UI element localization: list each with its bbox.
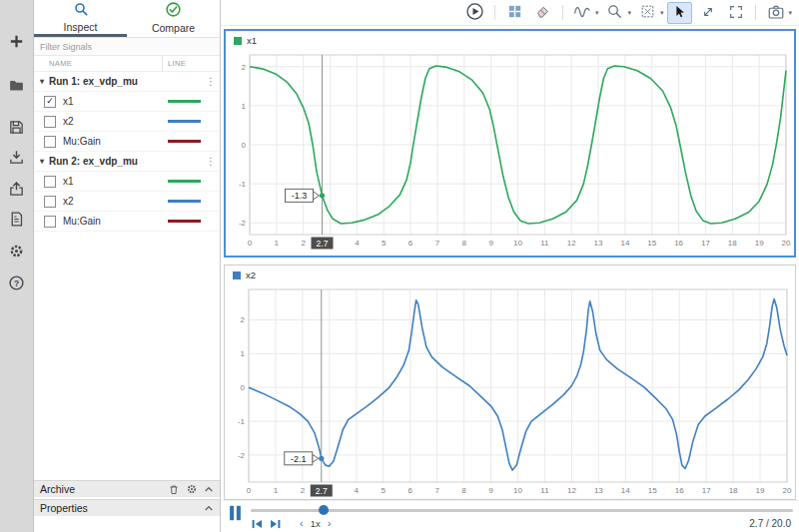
signal-line-swatch[interactable] — [167, 100, 208, 103]
save-button[interactable] — [5, 116, 29, 140]
fit-to-view-button[interactable] — [635, 2, 660, 24]
search-icon — [73, 1, 89, 19]
chevron-down-icon[interactable]: ▾ — [627, 9, 631, 17]
step-forward-button[interactable] — [269, 518, 282, 530]
y-tick-label: 1 — [242, 102, 247, 111]
trash-icon[interactable] — [168, 483, 180, 496]
cursor-marker[interactable] — [320, 193, 325, 198]
legend-label: x1 — [247, 35, 257, 46]
signal-checkbox[interactable]: ✓ — [44, 96, 56, 108]
layout-button[interactable] — [502, 2, 527, 24]
snapshot-button[interactable] — [763, 2, 788, 24]
chevron-down-icon[interactable]: ▾ — [660, 9, 664, 17]
plot-area-x1[interactable]: 01234567891011121314151617181920-2-1012-… — [226, 49, 791, 252]
open-button[interactable] — [5, 74, 29, 98]
signal-row[interactable]: x1 — [34, 172, 220, 192]
row-menu-icon[interactable]: ⋮ — [206, 76, 216, 87]
expander-icon[interactable]: ▾ — [40, 77, 49, 86]
diagonal-arrows-icon — [700, 4, 716, 22]
pointer-tool-button[interactable] — [667, 2, 692, 24]
new-button[interactable] — [5, 30, 29, 54]
x-tick-label: 12 — [567, 239, 576, 248]
clear-plots-button[interactable] — [530, 2, 555, 24]
x-tick-label: 6 — [408, 239, 413, 248]
speed-increase-button[interactable]: › — [328, 518, 332, 529]
import-button[interactable] — [5, 146, 29, 170]
signal-checkbox[interactable] — [44, 196, 56, 208]
step-back-button[interactable] — [251, 518, 264, 530]
tab-compare[interactable]: Compare — [127, 0, 220, 37]
x-tick-label: 19 — [756, 486, 765, 495]
run-group-row[interactable]: ▾Run 1: ex_vdp_mu⋮ — [34, 72, 220, 92]
signal-name: x2 — [63, 196, 167, 207]
x-tick-label: 16 — [674, 239, 683, 248]
run-group-row[interactable]: ▾Run 2: ex_vdp_mu⋮ — [34, 152, 220, 172]
tab-bar: Inspect Compare — [34, 0, 220, 38]
signal-line-swatch[interactable] — [167, 120, 208, 123]
preferences-button[interactable] — [5, 240, 29, 264]
pause-button[interactable] — [227, 504, 243, 532]
archive-bar[interactable]: Archive — [34, 480, 220, 497]
chevron-down-icon[interactable]: ▾ — [595, 9, 599, 17]
x-tick-label: 2 — [301, 239, 306, 248]
step-back-icon — [251, 518, 264, 530]
speed-value[interactable]: 1x — [311, 518, 321, 529]
signal-checkbox[interactable] — [44, 136, 56, 148]
chevron-up-icon[interactable] — [204, 504, 214, 512]
fullscreen-button[interactable] — [723, 2, 748, 24]
slider-track[interactable] — [251, 509, 793, 512]
signal-line-swatch[interactable] — [167, 200, 208, 203]
chevron-up-icon[interactable] — [204, 485, 214, 493]
x-tick-label: 2 — [301, 486, 306, 495]
speed-decrease-button[interactable]: ‹ — [300, 518, 304, 529]
chart-card-x1[interactable]: x1 01234567891011121314151617181920-2-10… — [224, 29, 796, 258]
signal-checkbox[interactable] — [44, 116, 56, 128]
cursor-time-label[interactable]: 2.7 — [316, 486, 328, 496]
zoom-button[interactable] — [602, 2, 627, 24]
cursor-marker[interactable] — [319, 456, 324, 461]
x-tick-label: 0 — [247, 486, 252, 495]
cursor-time-label[interactable]: 2.7 — [317, 239, 329, 249]
time-slider[interactable] — [251, 503, 793, 516]
signal-row[interactable]: ✓x1 — [34, 92, 220, 112]
export-button[interactable] — [5, 178, 29, 202]
plot-area-x2[interactable]: 01234567891011121314151617181920-2-1012-… — [225, 283, 792, 499]
simulation-data-inspector: ? Inspect Compare NAME LINE ▾Run 1: ex_v… — [0, 0, 799, 532]
run-button[interactable] — [462, 2, 487, 24]
tab-inspect[interactable]: Inspect — [34, 0, 127, 37]
signal-checkbox[interactable] — [44, 216, 56, 228]
x-tick-label: 7 — [435, 239, 440, 248]
report-button[interactable] — [5, 208, 29, 232]
export-icon — [8, 181, 25, 200]
x-tick-label: 11 — [540, 239, 549, 248]
row-menu-icon[interactable]: ⋮ — [206, 156, 216, 167]
filter-signals-input[interactable] — [34, 38, 220, 55]
help-button[interactable]: ? — [5, 271, 29, 295]
signal-row[interactable]: x2 — [34, 112, 220, 132]
x-tick-label: 5 — [382, 239, 387, 248]
expander-icon[interactable]: ▾ — [40, 157, 49, 166]
y-tick-label: -2 — [238, 451, 246, 460]
cursor-value-pointer[interactable] — [313, 192, 319, 200]
document-icon — [8, 211, 25, 230]
signal-row[interactable]: Mu:Gain — [34, 212, 220, 232]
chart-card-x2[interactable]: x2 01234567891011121314151617181920-2-10… — [224, 265, 796, 500]
cursor-value-label[interactable]: -2.1 — [291, 454, 307, 464]
signal-row[interactable]: Mu:Gain — [34, 132, 220, 152]
cursor-value-label[interactable]: -1.3 — [292, 191, 308, 201]
expand-button[interactable] — [695, 2, 720, 24]
signal-name: Mu:Gain — [63, 136, 167, 147]
signal-line-swatch[interactable] — [167, 220, 208, 223]
signal-row[interactable]: x2 — [34, 192, 220, 212]
cursor-value-pointer[interactable] — [313, 454, 319, 462]
properties-bar[interactable]: Properties — [34, 499, 220, 516]
left-toolbar: ? — [0, 0, 34, 532]
signal-line-swatch[interactable] — [167, 180, 208, 183]
y-tick-label: 1 — [241, 349, 246, 358]
archive-settings-icon[interactable] — [186, 483, 198, 495]
signal-checkbox[interactable] — [44, 176, 56, 188]
signal-line-swatch[interactable] — [167, 140, 208, 143]
signal-trace-button[interactable] — [570, 2, 595, 24]
chevron-down-icon[interactable]: ▾ — [788, 9, 792, 17]
slider-handle[interactable] — [319, 505, 329, 515]
